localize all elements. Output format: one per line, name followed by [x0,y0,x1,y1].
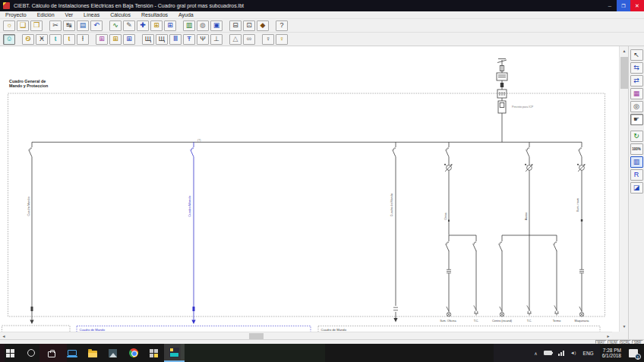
horizontal-scroll-thumb[interactable] [249,333,264,339]
feeder-2-selected[interactable]: Cuadro Mando [188,142,196,324]
cut-icon[interactable]: ✂ [49,20,62,31]
feeder-6[interactable]: Ilum. nave Maquinaria [575,142,590,322]
save-project-icon[interactable]: ❒ [30,20,43,31]
print-preview-icon[interactable]: ⊡ [243,20,255,31]
language-indicator[interactable]: ENG [583,351,594,356]
volume-icon[interactable]: ◄) [570,351,576,355]
motor-symbol-icon[interactable]: ∞ [243,34,255,45]
new-project-icon[interactable]: ☼ [3,20,15,31]
action-center-button[interactable]: 1 [629,349,638,357]
load-4[interactable]: T.C. [527,235,532,323]
menu-item[interactable]: Resultados [136,11,173,19]
line-cut-symbol-icon[interactable]: Ӿ [36,34,48,45]
start-button[interactable] [0,344,21,362]
insert-line-icon[interactable]: ∿ [109,20,122,31]
main-panel-boundary[interactable] [8,93,605,316]
bridge-symbol-icon[interactable]: Ⅲ [169,34,182,45]
materials-icon[interactable]: ◍ [197,20,209,31]
lamp-symbol-2-icon[interactable]: ♀ [276,34,288,45]
plot-icon[interactable]: ◆ [257,20,269,31]
insert-node-icon[interactable]: ✚ [137,20,149,31]
lamp-symbol-1-icon[interactable]: ♀ [262,34,274,45]
tap-symbol-1-icon[interactable]: ŧ [49,34,62,45]
feeder-4[interactable]: Otros Ilum. Oficina T.C. [440,142,478,322]
load-2[interactable]: T.C. [473,235,479,323]
horizontal-scrollbar[interactable]: ◄ ► [0,332,612,339]
export-results-icon[interactable]: ▣ [210,20,223,31]
supply-symbol-icon[interactable]: Ѳ [22,34,34,45]
help-icon[interactable]: ? [276,20,288,31]
undo-icon[interactable]: ↶ [90,20,103,31]
results-window-tool-icon[interactable]: ▥ [630,156,643,168]
panel-symbol-2-icon[interactable]: ⊞ [109,34,122,45]
cortana-button[interactable] [21,344,41,362]
tap-symbol-2-icon[interactable]: ŧ [63,34,75,45]
feeder-1[interactable]: Cuadro Mando [27,142,34,324]
busbar-symbol-2-icon[interactable]: Щ [156,34,168,45]
vertical-scroll-thumb[interactable] [620,57,628,89]
edit-line-icon[interactable]: ✎ [123,20,135,31]
menu-item[interactable]: Ver [60,11,79,19]
device-button[interactable] [62,344,82,362]
calc-grid-icon[interactable]: ⊞ [164,20,176,31]
select-mode-icon[interactable]: ☺ [3,34,15,45]
line-symbol-icon[interactable]: Ŧ [183,34,195,45]
store-button[interactable] [41,344,62,362]
copy-icon[interactable]: ↹ [63,20,75,31]
subpanel-2-box-selected[interactable]: Cuadro de Mando [77,326,311,332]
pointer-tool-icon[interactable]: ↖ [630,49,643,61]
battery-icon[interactable] [544,351,552,355]
subpanel-3-box[interactable]: Cuadro de Mando [318,326,600,332]
subpanel-1-box[interactable] [2,326,71,332]
supply-note: Previsto para ICP [512,105,534,109]
earth-symbol-icon[interactable]: Ψ [197,34,209,45]
feeder-3[interactable]: Cuadro de Mando [390,142,398,322]
open-project-icon[interactable]: ❑ [17,20,29,31]
load-1[interactable]: Ilum. Oficina [440,235,456,323]
calc-table-icon[interactable]: ⊞ [150,20,163,31]
file-explorer-button[interactable] [82,344,103,362]
hidden-icons-chevron[interactable]: ∧ [534,351,537,356]
office-button[interactable] [144,344,164,362]
panel-symbol-1-icon[interactable]: ⊞ [96,34,108,45]
clock[interactable]: 7:28 PM 6/1/2018 [602,348,621,359]
maximize-button[interactable]: ❐ [617,0,630,11]
panel-symbol-3-icon[interactable]: ⊞ [123,34,135,45]
paste-icon[interactable]: ▤ [77,20,89,31]
ciebt-app-button[interactable] [164,344,185,362]
drawing-canvas[interactable]: Cuadro General de Mando y Proteccion Pre… [0,46,619,332]
wire-check-tool-icon[interactable]: ⇆ [630,62,643,74]
pan-tool-icon[interactable]: ☛ [630,114,643,125]
wire-add-tool-icon[interactable]: ⇄ [630,75,643,87]
load-symbol-icon[interactable]: ⊥ [210,34,223,45]
minimize-button[interactable]: ─ [603,0,617,11]
load-5[interactable]: Termo [553,235,561,323]
tray-date: 6/1/2018 [602,353,621,359]
vertical-scrollbar[interactable]: ▲ ▼ [619,46,628,332]
menu-item[interactable]: Cálculos [105,11,136,19]
tool-glyph: ⇆ [633,65,639,71]
chrome-button[interactable] [123,344,144,362]
redraw-tool-icon[interactable]: ↻ [630,131,643,142]
menu-item[interactable]: Ayuda [173,11,199,19]
tap-symbol-3-icon[interactable]: ƚ [77,34,89,45]
network-icon[interactable] [558,351,564,356]
menu-item[interactable]: Edición [32,11,60,19]
board-title-line1: Cuadro General de [9,79,46,83]
menu-item[interactable]: Proyecto [0,11,32,19]
close-button[interactable]: ✕ [630,0,644,11]
zoom-100-tool-icon[interactable]: 100% [630,143,643,155]
zoom-window-tool-icon[interactable]: ◎ [630,101,643,112]
load-3[interactable]: Centro (incand) [492,235,513,323]
palette-tool-icon[interactable]: ▦ [630,88,643,99]
busbar-symbol-1-icon[interactable]: Щ [142,34,154,45]
menu-item[interactable]: Líneas [78,11,105,19]
photos-button[interactable] [103,344,123,362]
print-icon[interactable]: ⊟ [229,20,242,31]
feeder-5[interactable]: Aseos Centro (incand) T.C. [492,142,560,322]
supply-chain[interactable]: Previsto para ICP [497,59,534,143]
results-list-icon[interactable]: ▥ [183,20,195,31]
triangle-load-icon[interactable]: △ [229,34,242,45]
rotate-tool-icon[interactable]: R [630,169,643,181]
eraser-tool-icon[interactable]: ◪ [630,182,643,194]
